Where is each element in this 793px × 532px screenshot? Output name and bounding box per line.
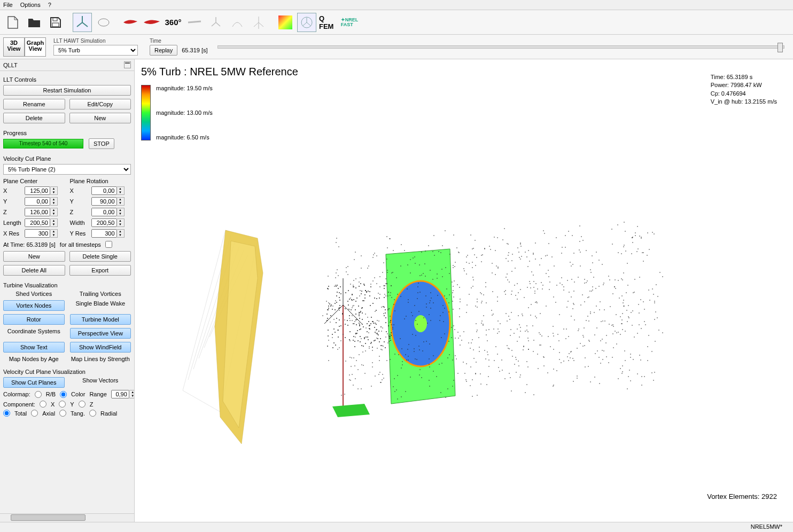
svg-point-860 [559,352,560,353]
rot-y-input[interactable] [91,197,117,206]
blade-single-icon[interactable] [185,13,204,32]
show-cutplanes-button[interactable]: Show Cut Planes [3,377,65,388]
menu-options[interactable]: Options [20,2,41,8]
3d-view-button[interactable]: 3DView [3,37,25,57]
center-y-input[interactable] [25,197,50,206]
editcopy-button[interactable]: Edit/Copy [69,99,131,109]
coord-systems-toggle[interactable]: Coordinate Systems [3,328,65,339]
comp-x-radio[interactable] [40,401,46,408]
sim-select[interactable]: 5% Turb [53,45,138,56]
export-button[interactable]: Export [69,265,131,276]
svg-point-587 [553,349,554,350]
comp-radial-radio[interactable] [89,410,96,417]
svg-point-296 [559,314,560,315]
svg-point-233 [662,332,663,333]
airfoil-red2-icon[interactable] [142,13,161,32]
perspective-button[interactable]: Perspective View [70,328,131,339]
panel-float-icon[interactable] [124,61,131,68]
for-all-checkbox[interactable] [105,241,112,248]
svg-point-499 [404,250,405,251]
menu-file[interactable]: File [3,2,13,8]
trailing-vortices-toggle[interactable]: Trailing Vortices [70,291,131,297]
rotor-button[interactable]: Rotor [3,314,65,325]
comp-total-radio[interactable] [3,410,10,417]
rot-x-input[interactable] [91,186,117,195]
turbine-outline-icon[interactable] [249,13,268,32]
comp-tang-radio[interactable] [59,410,66,417]
svg-point-414 [486,302,487,303]
delete-single-button[interactable]: Delete Single [69,251,131,262]
vcp-new-button[interactable]: New [3,251,65,262]
range-input[interactable] [111,390,129,398]
svg-point-339 [623,306,624,307]
3d-viewport[interactable]: 5% Turb : NREL 5MW Reference magnitude: … [135,59,793,522]
rot-z-input[interactable] [91,208,117,216]
colormap-icon[interactable] [276,13,295,32]
svg-point-883 [452,281,453,283]
turbine-gray-icon[interactable] [206,13,226,32]
svg-point-229 [479,347,480,348]
360-icon[interactable]: 360° [164,13,183,32]
blade-3d-icon[interactable] [73,13,92,32]
svg-point-700 [377,348,378,349]
shed-vortices-toggle[interactable]: Shed Vortices [3,291,65,297]
polar-icon[interactable] [228,13,247,32]
side-hscroll[interactable] [0,513,134,522]
svg-point-452 [618,378,619,379]
svg-point-183 [414,305,415,306]
qfem-icon[interactable]: Q FEM [318,13,338,32]
single-blade-toggle[interactable]: Single Blade Wake [70,300,131,311]
svg-point-561 [525,392,526,393]
vcp-select[interactable]: 5% Turb Plane (2) [3,164,131,175]
rename-button[interactable]: Rename [3,99,65,109]
svg-point-608 [533,253,534,254]
map-nodes-toggle[interactable]: Map Nodes by Age [3,356,65,362]
delete-button[interactable]: Delete [3,113,65,123]
turbine-model-button[interactable]: Turbine Model [70,314,131,325]
svg-point-964 [353,299,354,300]
show-vectors-toggle[interactable]: Show Vectors [70,377,131,388]
svg-point-542 [625,251,626,252]
time-slider[interactable] [217,45,784,49]
svg-point-373 [520,331,521,332]
svg-point-770 [635,235,636,236]
length-input[interactable] [25,218,50,227]
delete-all-button[interactable]: Delete All [3,265,65,276]
replay-button[interactable]: Replay [150,45,177,56]
color-radio[interactable] [60,391,67,398]
width-input[interactable] [91,218,117,227]
center-z-input[interactable] [25,208,50,216]
new-file-icon[interactable] [3,13,22,32]
xres-input[interactable] [25,229,50,238]
svg-point-533 [511,271,512,272]
save-icon[interactable] [46,13,65,32]
new-button[interactable]: New [69,113,131,123]
comp-z-radio[interactable] [79,401,85,408]
yres-input[interactable] [91,229,117,238]
comp-y-radio[interactable] [59,401,66,408]
map-lines-toggle[interactable]: Map Lines by Strength [70,356,131,362]
open-folder-icon[interactable] [25,13,44,32]
nrel-fast-icon[interactable]: ✦NRELFAST [340,13,359,32]
svg-point-269 [477,330,478,331]
rb-radio[interactable] [35,391,42,398]
graph-view-button[interactable]: GraphView [25,37,46,57]
airfoil-loop-icon[interactable] [94,13,113,32]
svg-point-620 [452,301,453,302]
show-text-button[interactable]: Show Text [3,342,65,353]
svg-point-688 [641,237,642,238]
svg-point-335 [444,333,445,334]
rotor-active-icon[interactable] [297,13,316,32]
svg-point-889 [497,328,499,330]
restart-button[interactable]: Restart Simulation [3,85,131,96]
svg-point-56 [391,324,392,325]
stop-button[interactable]: STOP [89,138,114,149]
airfoil-red-icon[interactable] [121,13,140,32]
comp-axial-radio[interactable] [31,410,38,417]
show-windfield-button[interactable]: Show WindField [70,342,131,353]
svg-point-936 [361,291,362,292]
center-x-input[interactable] [25,186,50,195]
menu-help[interactable]: ? [48,2,51,8]
svg-point-248 [548,243,549,244]
vortex-nodes-button[interactable]: Vortex Nodes [3,300,65,311]
